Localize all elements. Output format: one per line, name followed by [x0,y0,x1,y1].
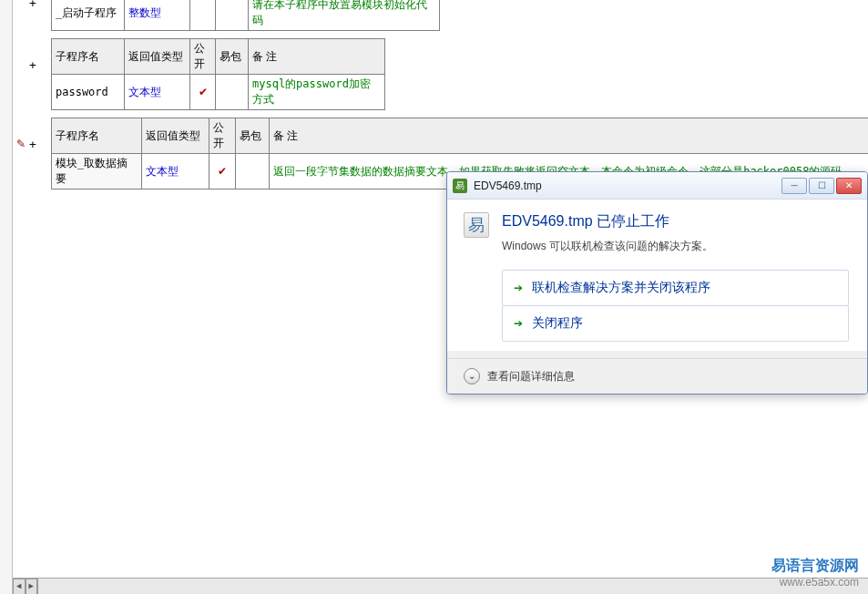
option-label: 关闭程序 [532,315,583,332]
public-cell[interactable]: ✔ [209,154,236,189]
watermark-text: 易语言资源网 [771,557,859,576]
close-button[interactable]: ✕ [836,178,862,194]
tab-next-icon[interactable]: ► [26,579,38,594]
ezpkg-cell[interactable] [216,0,249,31]
return-type-cell[interactable]: 整数型 [125,0,190,31]
proc-name-cell[interactable]: password [52,75,125,110]
option-close-program[interactable]: ➔ 关闭程序 [502,305,849,342]
dialog-body: 易 EDV5469.tmp 已停止工作 Windows 可以联机检查该问题的解决… [447,200,867,351]
header-proc-name: 子程序名 [52,118,142,154]
expand-toggle[interactable]: + [29,0,42,10]
comment-cell[interactable]: mysql的password加密方式 [249,75,385,110]
dialog-titlebar[interactable]: 易 EDV5469.tmp ─ ☐ ✕ [447,172,867,200]
app-icon: 易 [453,179,467,193]
minimize-button[interactable]: ─ [781,178,807,194]
error-subtext: Windows 可以联机检查该问题的解决方案。 [502,239,713,254]
header-ret-type: 返回值类型 [125,39,190,75]
dialog-title: EDV5469.tmp [474,179,781,192]
view-details-link[interactable]: 查看问题详细信息 [487,369,575,384]
tab-nav: ◄ ► [13,579,38,594]
ezpkg-cell[interactable] [236,154,270,189]
error-dialog: 易 EDV5469.tmp ─ ☐ ✕ 易 EDV5469.tmp 已停止工作 … [446,171,868,394]
header-public: 公开 [209,118,236,154]
watermark-url: www.e5a5x.com [771,576,859,589]
proc-table-2: 子程序名 返回值类型 公开 易包 备 注 password 文本型 ✔ mysq… [51,38,385,110]
tab-prev-icon[interactable]: ◄ [13,579,26,594]
error-heading: EDV5469.tmp 已停止工作 [502,212,713,231]
return-type-cell[interactable]: 文本型 [141,154,209,189]
header-proc-name: 子程序名 [52,39,125,75]
horizontal-scrollbar[interactable]: ◄ ► [13,578,868,594]
return-type-cell[interactable]: 文本型 [125,75,190,110]
expand-details-icon[interactable]: ⌄ [464,368,480,384]
editor-gutter [0,0,13,594]
ezpkg-cell[interactable] [216,75,249,110]
option-label: 联机检查解决方案并关闭该程序 [532,280,710,296]
header-comment: 备 注 [249,39,385,75]
public-cell[interactable] [190,0,216,31]
program-icon: 易 [464,212,489,238]
option-check-online[interactable]: ➔ 联机检查解决方案并关闭该程序 [502,270,849,306]
arrow-right-icon: ➔ [514,282,523,294]
proc-name-cell[interactable]: 模块_取数据摘要 [52,154,142,189]
arrow-right-icon: ➔ [514,317,523,330]
header-ezpkg: 易包 [236,118,270,154]
expand-toggle[interactable]: + [29,58,42,72]
proc-name-cell[interactable]: _启动子程序 [52,0,125,31]
header-public: 公开 [190,39,216,75]
maximize-button[interactable]: ☐ [809,178,834,194]
header-comment: 备 注 [270,118,868,154]
proc-table-1: _启动子程序 整数型 请在本子程序中放置易模块初始化代码 [51,0,440,31]
edit-marker-icon: ✎ [16,138,26,150]
watermark: 易语言资源网 www.e5a5x.com [771,557,859,589]
header-ret-type: 返回值类型 [141,118,209,154]
header-ezpkg: 易包 [216,39,249,75]
expand-toggle[interactable]: + [29,138,42,151]
public-cell[interactable]: ✔ [190,75,216,110]
comment-cell[interactable]: 请在本子程序中放置易模块初始化代码 [249,0,440,31]
dialog-footer: ⌄ 查看问题详细信息 [447,358,867,394]
